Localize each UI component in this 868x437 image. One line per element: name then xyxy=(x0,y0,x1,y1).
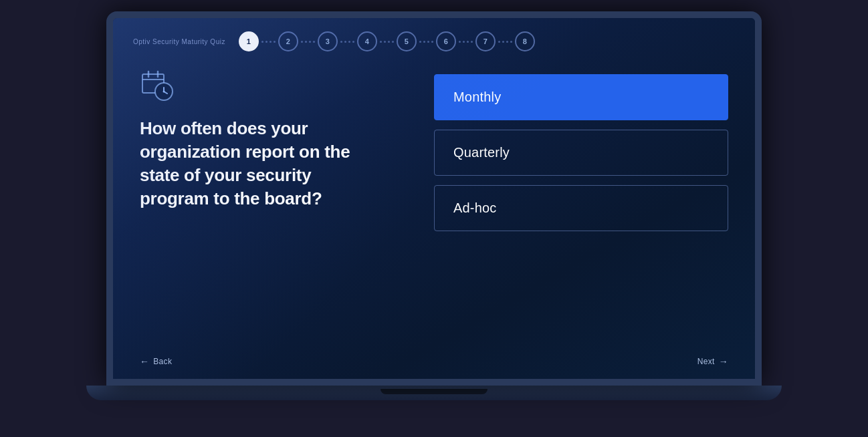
step-7[interactable]: 7 xyxy=(475,31,496,51)
laptop-body: Optiv Security Maturity Quiz 1 2 xyxy=(106,11,762,386)
answer-monthly[interactable]: Monthly xyxy=(434,74,728,120)
answer-adhoc[interactable]: Ad-hoc xyxy=(434,185,728,231)
quiz-label: Optiv Security Maturity Quiz xyxy=(133,38,225,45)
svg-point-7 xyxy=(163,91,165,93)
top-bar: Optiv Security Maturity Quiz 1 2 xyxy=(133,31,735,51)
step-4[interactable]: 4 xyxy=(357,31,377,51)
step-dots-6-7 xyxy=(459,41,473,43)
calendar-icon-wrapper xyxy=(140,67,374,106)
step-dots-3-4 xyxy=(340,41,354,43)
left-section: How often does your organization report … xyxy=(140,67,387,210)
step-3[interactable]: 3 xyxy=(318,31,338,51)
step-1[interactable]: 1 xyxy=(239,31,259,51)
laptop-wrapper: Optiv Security Maturity Quiz 1 2 xyxy=(66,11,802,426)
bottom-nav: ← Back Next → xyxy=(140,356,728,367)
calendar-clock-icon xyxy=(140,67,176,104)
step-6[interactable]: 6 xyxy=(436,31,456,51)
back-arrow-icon: ← xyxy=(140,356,149,367)
laptop-screen: Optiv Security Maturity Quiz 1 2 xyxy=(113,18,755,379)
step-dots-7-8 xyxy=(498,41,512,43)
step-dots-5-6 xyxy=(419,41,433,43)
next-label: Next xyxy=(697,357,715,366)
laptop-base xyxy=(86,386,782,400)
main-content: How often does your organization report … xyxy=(133,67,735,231)
laptop-notch xyxy=(381,389,487,394)
next-button[interactable]: Next → xyxy=(697,356,728,367)
step-5[interactable]: 5 xyxy=(397,31,417,51)
answer-quarterly[interactable]: Quarterly xyxy=(434,130,728,176)
steps-container: 1 2 3 xyxy=(239,31,535,51)
answer-options: Monthly Quarterly Ad-hoc xyxy=(434,67,728,231)
step-dots-4-5 xyxy=(380,41,394,43)
step-dots-2-3 xyxy=(301,41,315,43)
next-arrow-icon: → xyxy=(719,356,728,367)
question-text: How often does your organization report … xyxy=(140,117,374,210)
step-dots-1-2 xyxy=(261,41,276,43)
step-2[interactable]: 2 xyxy=(278,31,298,51)
step-8[interactable]: 8 xyxy=(515,31,535,51)
back-button[interactable]: ← Back xyxy=(140,356,172,367)
back-label: Back xyxy=(153,357,172,366)
